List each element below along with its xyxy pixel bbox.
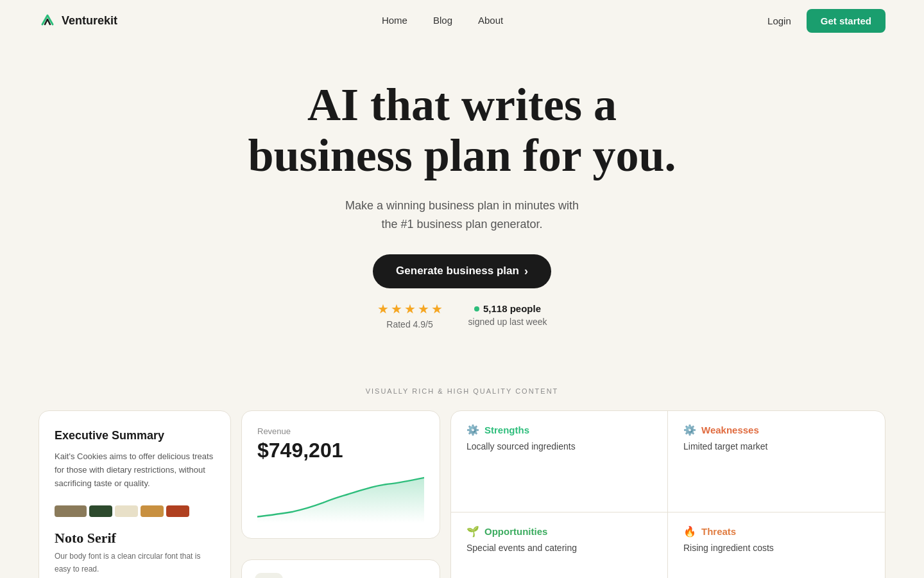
strengths-icon: ⚙️ xyxy=(466,424,479,436)
font-demo: Noto Serif Our body font is a clean circ… xyxy=(55,530,215,575)
cards-section: Executive Summary Kait's Cookies aims to… xyxy=(0,410,924,578)
revenue-label: Revenue xyxy=(257,426,424,436)
rating-block: ★ ★ ★ ★ ★ Rated 4.9/5 xyxy=(377,301,443,329)
hero-section: AI that writes a business plan for you. … xyxy=(0,41,924,355)
swot-weaknesses: ⚙️ Weaknesses Limited target market xyxy=(668,411,885,512)
hero-subtext: Make a winning business plan in minutes … xyxy=(13,197,911,234)
nav-about[interactable]: About xyxy=(478,15,503,26)
font-name: Noto Serif xyxy=(55,530,215,547)
swatch-3 xyxy=(115,505,138,517)
right-column: ⚙️ Strengths Locally sourced ingredients… xyxy=(450,410,886,578)
threats-icon: 🔥 xyxy=(683,525,696,538)
social-proof: ★ ★ ★ ★ ★ Rated 4.9/5 5,118 people signe… xyxy=(13,301,911,329)
rating-text: Rated 4.9/5 xyxy=(377,319,443,329)
navbar: Venturekit Home Blog About Login Get sta… xyxy=(0,0,924,41)
online-dot xyxy=(474,306,479,311)
revenue-card: Revenue $749,201 xyxy=(241,410,440,539)
login-link[interactable]: Login xyxy=(767,15,791,26)
section-label: VISUALLY RICH & HIGH QUALITY CONTENT xyxy=(0,387,924,395)
star-2: ★ xyxy=(391,301,402,317)
strengths-title: Strengths xyxy=(484,425,529,435)
nav-home[interactable]: Home xyxy=(382,15,407,26)
font-desc: Our body font is a clean circular font t… xyxy=(55,550,215,575)
executive-summary-card: Executive Summary Kait's Cookies aims to… xyxy=(38,410,231,578)
nav-links: Home Blog About xyxy=(382,15,503,26)
swot-card: ⚙️ Strengths Locally sourced ingredients… xyxy=(450,410,886,578)
revenue-value: $749,201 xyxy=(257,439,424,462)
swot-threats: 🔥 Threats Rising ingredient costs xyxy=(668,512,885,578)
nav-blog[interactable]: Blog xyxy=(433,15,452,26)
product-icon: 🥐 xyxy=(255,573,283,578)
star-5: ★ xyxy=(431,301,443,317)
color-palette xyxy=(55,505,215,517)
generate-button[interactable]: Generate business plan › xyxy=(373,254,551,288)
opportunities-text: Special events and catering xyxy=(466,543,652,553)
swatch-4 xyxy=(141,505,164,517)
nav-right: Login Get started xyxy=(767,9,886,33)
signup-number: 5,118 people xyxy=(483,303,541,314)
signup-subtitle: signed up last week xyxy=(468,317,547,327)
swot-opportunities: 🌱 Opportunities Special events and cater… xyxy=(451,512,668,578)
strengths-text: Locally sourced ingredients xyxy=(466,441,652,451)
executive-title: Executive Summary xyxy=(55,429,215,442)
star-4: ★ xyxy=(418,301,429,317)
swatch-5 xyxy=(166,505,189,517)
opportunities-title: Opportunities xyxy=(484,526,547,537)
opportunities-icon: 🌱 xyxy=(466,525,479,538)
threats-title: Threats xyxy=(701,526,736,537)
star-rating: ★ ★ ★ ★ ★ xyxy=(377,301,443,317)
swot-strengths: ⚙️ Strengths Locally sourced ingredients xyxy=(451,411,668,512)
star-1: ★ xyxy=(377,301,389,317)
star-3: ★ xyxy=(404,301,416,317)
middle-column: Revenue $749,201 🥐 xyxy=(241,410,440,578)
weaknesses-title: Weaknesses xyxy=(701,425,759,435)
weaknesses-icon: ⚙️ xyxy=(683,424,696,436)
brand-name: Venturekit xyxy=(62,14,117,28)
signup-count: 5,118 people signed up last week xyxy=(468,303,547,327)
threats-text: Rising ingredient costs xyxy=(683,543,869,553)
get-started-button[interactable]: Get started xyxy=(807,9,886,33)
hero-headline: AI that writes a business plan for you. xyxy=(205,80,719,181)
hero-headline-line1: AI that writes a xyxy=(307,79,617,130)
revenue-chart xyxy=(257,473,424,523)
swatch-2 xyxy=(89,505,112,517)
swatch-1 xyxy=(55,505,87,517)
generate-button-label: Generate business plan xyxy=(396,265,519,277)
brand-logo[interactable]: Venturekit xyxy=(38,12,117,30)
product-card: 🥐 Vegan Croissants With fine vegan butte… xyxy=(241,559,440,578)
weaknesses-text: Limited target market xyxy=(683,441,869,451)
executive-body: Kait's Cookies aims to offer delicious t… xyxy=(55,450,215,490)
chevron-right-icon: › xyxy=(524,265,528,278)
hero-headline-line2: business plan for you. xyxy=(248,130,676,181)
